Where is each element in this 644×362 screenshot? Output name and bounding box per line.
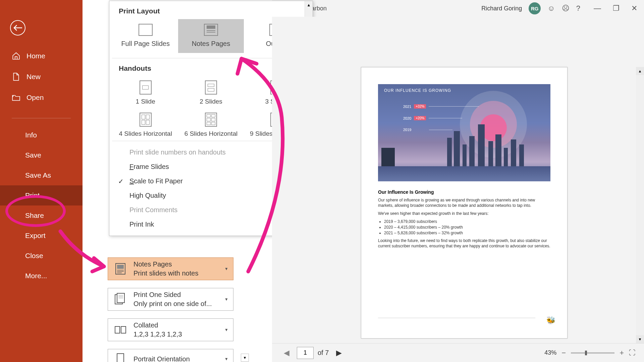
- dropdown-sub: 1,2,3 1,2,3 1,2,3: [133, 330, 219, 338]
- notes-pages-icon: [113, 261, 128, 277]
- dropdown-title: Collated: [133, 321, 219, 329]
- section-print-layout: Print Layout: [109, 1, 313, 19]
- handout-6h-icon: [205, 113, 217, 127]
- logo-icon: 🐝: [546, 316, 555, 325]
- dropdown-sub: Only print on one side of...: [133, 300, 219, 308]
- frown-feedback-icon[interactable]: ☹: [562, 4, 570, 13]
- help-icon[interactable]: ?: [576, 4, 580, 13]
- page-number-input[interactable]: [297, 347, 314, 359]
- slide-title: OUR INFLUENCE IS GROWING: [384, 88, 451, 93]
- scroll-down-icon[interactable]: ▼: [636, 335, 644, 343]
- dropdown-title: Portrait Orientation: [133, 355, 219, 362]
- notes-bullet: 2021 – 5,828,000 subscribers – 32% growt…: [384, 231, 550, 235]
- nav-close[interactable]: Close: [0, 246, 83, 266]
- fit-to-window-button[interactable]: ⛶: [629, 349, 636, 357]
- prev-page-button[interactable]: ◀: [280, 349, 293, 357]
- svg-rect-10: [115, 326, 120, 333]
- handout-1-icon: [140, 80, 152, 95]
- handout-2-slides[interactable]: 2 Slides: [178, 76, 244, 109]
- nav-info[interactable]: Info: [0, 125, 83, 145]
- nav-open[interactable]: Open: [0, 87, 83, 108]
- preview-scrollbar[interactable]: ▲ ▼: [636, 67, 644, 343]
- svg-rect-11: [121, 326, 126, 333]
- restore-button[interactable]: ❐: [613, 4, 620, 13]
- page-count-label: of 7: [318, 349, 329, 357]
- sides-dropdown[interactable]: Print One Sided Only print on one side o…: [108, 288, 233, 311]
- notes-heading: Our Influence Is Growing: [378, 189, 550, 195]
- notes-paragraph: We've seen higher than expected growth i…: [378, 211, 550, 216]
- layout-notes-pages[interactable]: Notes Pages: [178, 19, 244, 53]
- notes-thumb-icon: [204, 24, 218, 36]
- preview-navigation-bar: ◀ of 7 ▶ 43% − + ⛶: [272, 343, 644, 362]
- backstage-sidebar: Home New Open Info Save Save As Print Sh…: [0, 0, 83, 362]
- collated-icon: [113, 322, 128, 338]
- notes-bullet: 2020 – 4,415,000 subscribers – 20% growt…: [384, 225, 550, 230]
- nav-label: New: [26, 73, 41, 81]
- print-preview-area: OUR INFLUENCE IS GROWING 2021 +32% 2020 …: [272, 17, 644, 362]
- nav-new[interactable]: New: [0, 66, 83, 87]
- zoom-slider[interactable]: [571, 352, 614, 354]
- nav-save[interactable]: Save: [0, 145, 83, 165]
- handout-2-icon: [205, 80, 217, 95]
- nav-export[interactable]: Export: [0, 226, 83, 246]
- nav-label: Home: [26, 52, 45, 60]
- preview-page: OUR INFLUENCE IS GROWING 2021 +32% 2020 …: [361, 67, 568, 339]
- scroll-up-icon[interactable]: ▲: [305, 1, 313, 9]
- layout-full-page-slides[interactable]: Full Page Slides: [113, 19, 178, 53]
- chevron-down-icon: ▼: [224, 266, 228, 271]
- back-arrow-icon: [13, 24, 22, 31]
- nav-home[interactable]: Home: [0, 46, 83, 66]
- user-avatar[interactable]: RG: [529, 2, 541, 14]
- full-page-icon: [139, 24, 153, 36]
- settings-scroll-down[interactable]: ▼: [241, 354, 249, 362]
- handout-4h-icon: [140, 113, 152, 127]
- collated-dropdown[interactable]: Collated 1,2,3 1,2,3 1,2,3 ▼: [108, 318, 233, 341]
- orientation-dropdown[interactable]: Portrait Orientation ▼: [108, 349, 233, 362]
- scroll-up-icon[interactable]: ▲: [636, 67, 644, 75]
- dropdown-title: Print One Sided: [133, 291, 219, 299]
- nav-more[interactable]: More...: [0, 266, 83, 286]
- slide-thumbnail: OUR INFLUENCE IS GROWING 2021 +32% 2020 …: [378, 84, 550, 181]
- one-sided-icon: [113, 292, 128, 307]
- notes-paragraph: Our sphere of influence is growing as we…: [378, 197, 550, 208]
- chevron-down-icon: ▼: [224, 297, 228, 302]
- handout-4-horizontal[interactable]: 4 Slides Horizontal: [113, 109, 178, 141]
- minimize-button[interactable]: —: [594, 4, 601, 13]
- svg-rect-1: [117, 265, 124, 269]
- zoom-out-button[interactable]: −: [561, 349, 566, 357]
- chevron-down-icon: ▼: [224, 327, 228, 332]
- handout-6-horizontal[interactable]: 6 Slides Horizontal: [178, 109, 244, 141]
- open-folder-icon: [12, 93, 20, 102]
- chevron-down-icon: ▼: [224, 357, 228, 361]
- notes-paragraph: Looking into the future, we need to find…: [378, 238, 550, 249]
- svg-rect-12: [117, 354, 124, 362]
- dropdown-sub: Print slides with notes: [133, 269, 219, 277]
- layout-dropdown[interactable]: Notes Pages Print slides with notes ▼: [108, 257, 233, 280]
- dropdown-title: Notes Pages: [133, 260, 219, 268]
- notes-content: Our Influence Is Growing Our sphere of i…: [378, 189, 550, 249]
- next-page-button[interactable]: ▶: [333, 349, 345, 357]
- zoom-in-button[interactable]: +: [620, 349, 624, 357]
- nav-divider: [12, 118, 71, 118]
- notes-bullet: 2019 – 3,679,000 subscribers: [384, 219, 550, 224]
- portrait-icon: [113, 351, 128, 362]
- zoom-percent: 43%: [544, 349, 556, 356]
- handout-1-slide[interactable]: 1 Slide: [113, 76, 178, 109]
- nav-print[interactable]: Print: [0, 185, 83, 205]
- close-window-button[interactable]: ✕: [631, 4, 637, 13]
- user-name: Richard Goring: [481, 5, 522, 12]
- new-icon: [12, 72, 20, 81]
- smile-feedback-icon[interactable]: ☺: [547, 4, 555, 13]
- home-icon: [12, 52, 20, 60]
- nav-share[interactable]: Share: [0, 205, 83, 226]
- back-button[interactable]: [10, 20, 25, 36]
- nav-label: Open: [26, 94, 44, 102]
- nav-save-as[interactable]: Save As: [0, 165, 83, 185]
